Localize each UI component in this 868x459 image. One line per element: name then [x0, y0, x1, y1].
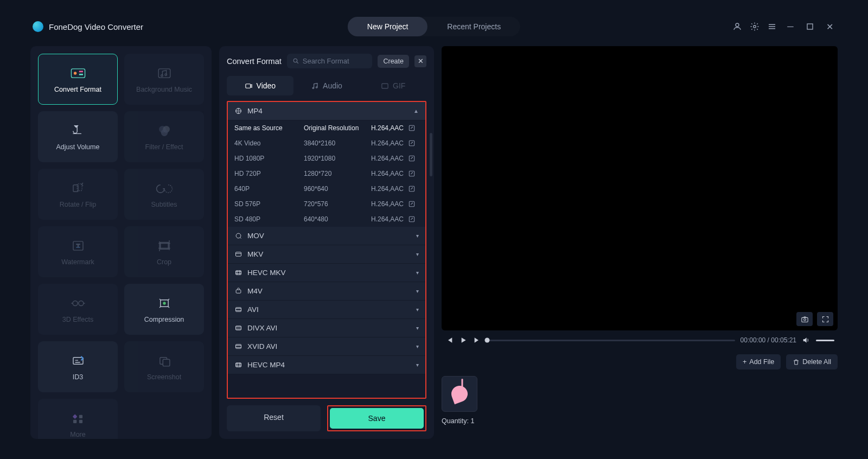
format-category-xvid-avi[interactable]: XVID AVI▾ [228, 337, 425, 356]
preset-row[interactable]: HD 1080P1920*1080H.264,AAC [228, 151, 425, 166]
preset-row[interactable]: HD 720P1280*720H.264,AAC [228, 166, 425, 181]
queue-item[interactable]: Quantity: 1 [442, 376, 477, 425]
quantity-label: Quantity: 1 [442, 417, 477, 425]
format-category-avi[interactable]: AVI▾ [228, 301, 425, 319]
format-icon [234, 287, 242, 295]
save-button[interactable]: Save [330, 408, 424, 429]
svg-rect-55 [801, 317, 807, 322]
tool-filter[interactable]: Filter / Effect [124, 111, 204, 162]
snapshot-button[interactable] [796, 312, 813, 326]
edit-icon[interactable] [408, 215, 416, 223]
svg-rect-28 [79, 420, 82, 423]
chevron-down-icon: ▾ [416, 270, 419, 276]
close-button[interactable]: ✕ [824, 21, 835, 33]
preset-row[interactable]: Same as SourceOriginal ResolutionH.264,A… [228, 120, 425, 136]
next-button[interactable] [473, 336, 482, 345]
play-button[interactable] [459, 336, 468, 345]
edit-icon[interactable] [408, 200, 416, 208]
more-icon [68, 410, 88, 426]
svg-point-12 [161, 129, 168, 136]
tab-recent-projects[interactable]: Recent Projects [427, 17, 520, 36]
svg-point-9 [164, 74, 167, 76]
tool-volume[interactable]: Adjust Volume [38, 111, 118, 162]
preset-row[interactable]: SD 576P720*576H.264,AAC [228, 196, 425, 212]
video-icon [245, 82, 253, 90]
tool-compress[interactable]: Compression [124, 284, 204, 335]
format-panel: Convert Format Search Format Create ✕ Vi… [219, 46, 434, 439]
volume-slider[interactable] [816, 340, 834, 341]
app-logo-icon [33, 21, 43, 32]
chevron-down-icon: ▾ [416, 362, 419, 368]
format-category-divx-avi[interactable]: DIVX AVI▾ [228, 319, 425, 337]
tool-screenshot[interactable]: Screenshot [124, 341, 204, 392]
svg-rect-22 [73, 358, 83, 365]
svg-rect-53 [236, 345, 241, 349]
svg-point-18 [73, 301, 78, 306]
search-format-input[interactable]: Search Format [287, 54, 373, 68]
edit-icon[interactable] [408, 155, 416, 162]
format-icon [234, 324, 242, 332]
svg-point-37 [240, 111, 241, 112]
format-tab-audio[interactable]: Audio [293, 76, 360, 95]
player-controls: 00:00:00 / 00:05:21 [442, 330, 838, 350]
edit-icon[interactable] [408, 124, 416, 132]
tool-watermark[interactable]: TWatermark [38, 226, 118, 277]
maximize-button[interactable] [804, 21, 816, 33]
queue-thumbnail [442, 376, 477, 412]
tool-subtitles[interactable]: Subtitles [124, 169, 204, 220]
format-icon [234, 361, 242, 369]
filter-icon [155, 123, 174, 139]
format-category-mkv[interactable]: MKV▾ [228, 245, 425, 264]
chevron-down-icon: ▾ [416, 251, 419, 257]
format-tab-gif[interactable]: GIF [360, 76, 426, 95]
format-category-mp4[interactable]: MP4 ▲ [228, 102, 425, 120]
account-icon[interactable] [732, 22, 742, 31]
tool-convert[interactable]: Convert Format [38, 54, 118, 105]
close-panel-button[interactable]: ✕ [414, 55, 426, 67]
edit-icon[interactable] [408, 170, 416, 177]
format-category-hevc-mkv[interactable]: HEVC MKV▾ [228, 264, 425, 282]
svg-point-39 [236, 111, 237, 112]
svg-point-35 [238, 110, 239, 112]
svg-rect-3 [71, 69, 85, 78]
preset-row[interactable]: 4K Video3840*2160H.264,AAC [228, 136, 425, 151]
edit-icon[interactable] [408, 139, 416, 147]
fullscreen-button[interactable] [817, 312, 833, 326]
format-icon [234, 269, 242, 277]
panel-title: Convert Format [227, 57, 282, 66]
volume-icon[interactable] [802, 336, 810, 345]
format-category-hevc-mp4[interactable]: HEVC MP4▾ [228, 356, 425, 374]
edit-icon[interactable] [408, 185, 416, 193]
format-tab-video[interactable]: Video [227, 76, 293, 95]
tool-rotate[interactable]: Rotate / Flip [38, 169, 118, 220]
tool-music[interactable]: Background Music [124, 54, 204, 105]
settings-icon[interactable] [750, 22, 760, 31]
music-icon [155, 65, 174, 81]
prev-button[interactable] [445, 336, 454, 345]
svg-point-34 [236, 109, 241, 114]
add-file-button[interactable]: +Add File [736, 354, 781, 369]
menu-icon[interactable] [767, 22, 777, 31]
tool-crop[interactable]: Crop [124, 226, 204, 277]
delete-all-button[interactable]: Delete All [786, 354, 838, 369]
tool-more[interactable]: More [38, 399, 118, 439]
volume-icon [68, 123, 88, 139]
convert-icon [68, 65, 88, 81]
tool-id3[interactable]: ID3 [38, 341, 118, 392]
chevron-down-icon: ▾ [416, 233, 419, 239]
progress-bar[interactable] [487, 340, 735, 341]
rotate-icon [68, 180, 88, 196]
preset-row[interactable]: SD 480P640*480H.264,AAC [228, 212, 425, 227]
minimize-button[interactable]: ─ [784, 21, 796, 33]
compress-icon [155, 295, 174, 311]
format-category-m4v[interactable]: M4V▾ [228, 282, 425, 301]
svg-point-36 [238, 109, 239, 110]
svg-point-19 [78, 301, 83, 306]
format-category-mov[interactable]: MOV▾ [228, 227, 425, 245]
tab-new-project[interactable]: New Project [348, 17, 427, 36]
create-button[interactable]: Create [378, 55, 409, 68]
search-icon [292, 58, 299, 65]
preset-row[interactable]: 640P960*640H.264,AAC [228, 181, 425, 196]
tool-3d[interactable]: 3D Effects [38, 284, 118, 335]
reset-button[interactable]: Reset [227, 405, 321, 431]
